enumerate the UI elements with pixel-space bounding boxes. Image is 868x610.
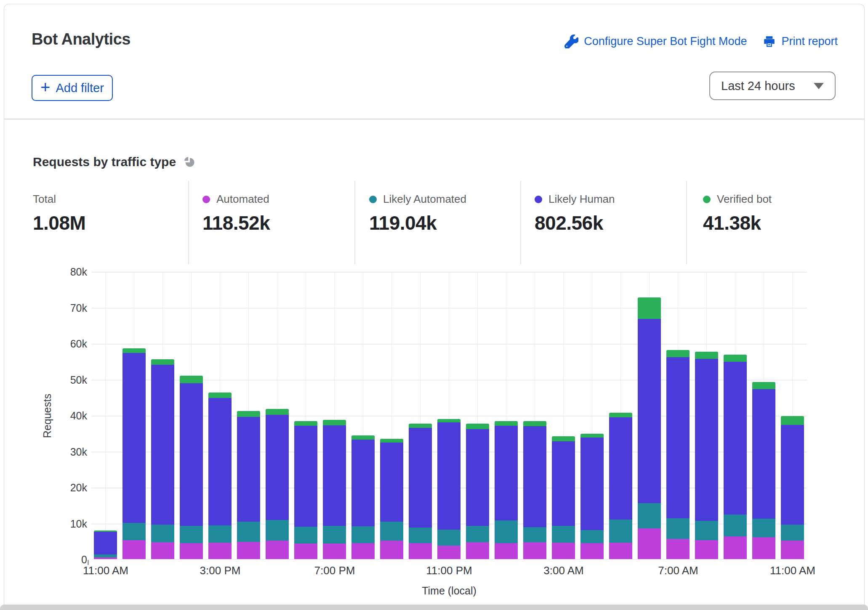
bar-segment-likely-automated [266,520,289,541]
bar-segment-verified-bot [752,382,775,389]
legend-dot [202,196,210,203]
plot-area [91,272,807,560]
configure-super-bot-fight-mode-link[interactable]: Configure Super Bot Fight Mode [564,34,747,48]
bar-segment-verified-bot [609,413,632,417]
bar-segment-likely-automated [580,530,604,543]
bar-segment-verified-bot [237,411,260,417]
bar-segment-likely-human [151,365,174,525]
stacked-bar[interactable] [580,434,604,559]
bar-segment-likely-automated [638,503,661,528]
bar-segment-verified-bot [208,393,232,398]
bar-segment-automated [638,528,661,559]
stacked-bar[interactable] [523,421,546,559]
bar-segment-likely-automated [495,520,518,543]
stat-value: 119.04k [369,212,466,234]
stacked-bar[interactable] [122,348,146,559]
stacked-bar[interactable] [380,439,403,559]
stacked-bar[interactable] [781,416,804,559]
stat-automated: Automated118.52k [202,193,270,234]
bar-segment-likely-human [752,389,775,519]
bar-segment-automated [724,536,747,559]
y-tick-label: 30k [45,446,87,458]
bar-segment-verified-bot [180,376,203,383]
bar-segment-verified-bot [409,424,432,428]
bar-segment-verified-bot [122,348,146,353]
y-tick-label: 20k [45,481,87,494]
bar-segment-automated [781,541,804,559]
stacked-bar[interactable] [695,352,718,559]
stacked-bar[interactable] [466,424,489,559]
bar-segment-verified-bot [695,352,718,359]
bar-segment-likely-human [638,319,661,504]
bar-segment-automated [466,542,489,559]
stacked-bar[interactable] [266,409,289,559]
bar-segment-likely-automated [237,522,260,542]
y-tick-label: 70k [45,302,87,314]
bar-segment-likely-human [552,441,575,526]
stacked-bar[interactable] [437,419,461,559]
x-tick-label: 11:00 AM [83,564,128,577]
print-report-link[interactable]: Print report [763,35,838,48]
stats-divider [520,181,521,264]
add-filter-button[interactable]: + Add filter [32,75,113,101]
print-link-label: Print report [781,35,838,48]
stat-label-text: Total [33,193,56,206]
bar-segment-automated [323,544,346,559]
bar-segment-automated [609,543,632,559]
bar-segment-likely-automated [151,525,174,542]
bar-segment-likely-human [294,426,317,527]
stacked-bar[interactable] [94,530,117,559]
stat-value: 41.38k [703,212,772,234]
bar-segment-automated [666,539,690,559]
stacked-bar[interactable] [752,382,775,559]
bar-segment-verified-bot [781,416,804,425]
bar-segment-likely-human [523,426,546,527]
bar-segment-verified-bot [266,409,289,415]
y-tick-label: 10k [45,517,87,530]
bar-segment-likely-human [666,357,690,519]
bar-segment-automated [266,541,289,559]
stacked-bar[interactable] [351,435,375,559]
stacked-bar[interactable] [495,421,518,559]
bar-segment-likely-human [122,353,146,523]
time-range-value: Last 24 hours [721,79,795,93]
bar-segment-verified-bot [580,434,604,438]
stacked-bar[interactable] [638,297,661,559]
stats-divider [354,181,355,264]
bar-segment-automated [552,543,575,559]
stacked-bar[interactable] [323,420,346,559]
configure-link-label: Configure Super Bot Fight Mode [584,35,747,48]
bar-segment-automated [94,557,117,559]
stat-total: Total1.08M [33,193,85,234]
stacked-bar[interactable] [409,424,432,559]
x-tick-label: 7:00 AM [658,564,698,577]
stacked-bar[interactable] [609,413,632,559]
bar-segment-likely-automated [781,525,804,541]
bar-segment-likely-human [580,438,604,530]
stacked-bar[interactable] [208,393,232,559]
stacked-bar[interactable] [180,376,203,559]
bar-segment-likely-automated [466,526,489,542]
stat-label: Total [33,193,85,206]
bar-segment-likely-human [380,443,403,522]
x-tick-label: 3:00 AM [543,564,583,577]
bar-segment-likely-human [208,398,232,525]
bar-segment-likely-automated [695,521,718,540]
y-tick-label: 80k [45,265,87,278]
bar-segment-likely-automated [752,519,775,537]
section-header: Requests by traffic type [33,155,196,169]
bar-segment-verified-bot [151,359,174,365]
plus-icon: + [40,79,50,95]
stat-label: Likely Human [535,193,615,206]
page-title: Bot Analytics [32,30,130,48]
time-range-select[interactable]: Last 24 hours [709,72,836,100]
stacked-bar[interactable] [666,350,690,559]
stacked-bar[interactable] [237,411,260,559]
bar-segment-likely-human [781,425,804,525]
bar-segment-verified-bot [724,355,747,362]
x-tick-label: 3:00 PM [200,564,241,577]
stacked-bar[interactable] [294,421,317,559]
stacked-bar[interactable] [552,436,575,559]
stacked-bar[interactable] [724,355,747,559]
stacked-bar[interactable] [151,359,174,559]
